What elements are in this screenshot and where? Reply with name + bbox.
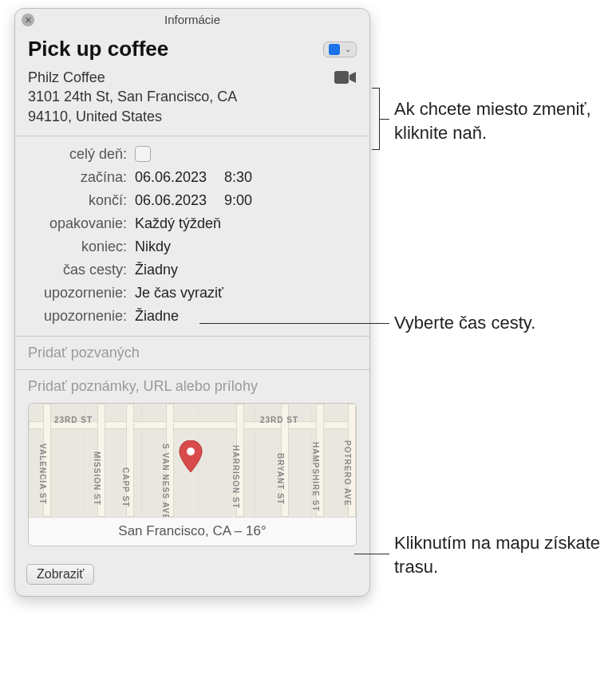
allday-row: celý deň: xyxy=(28,146,357,163)
callout-line xyxy=(199,323,389,324)
street-harrison: HARRISON ST xyxy=(231,445,240,509)
allday-label: celý deň: xyxy=(28,146,135,163)
ends-value[interactable]: 06.06.2023 9:00 xyxy=(135,192,252,209)
travel-row: čas cesty: Žiadny xyxy=(28,262,357,278)
starts-value[interactable]: 06.06.2023 8:30 xyxy=(135,169,252,186)
notes-section: Pridať poznámky, URL alebo prílohy 23RD … xyxy=(15,370,369,558)
chevron-down-icon: ⌄ xyxy=(345,45,351,53)
video-call-button[interactable] xyxy=(334,69,357,85)
starts-time: 8:30 xyxy=(224,169,252,186)
repeat-label: opakovanie: xyxy=(28,215,135,232)
street-potrero: POTRERO AVE xyxy=(343,440,352,507)
location-addr1: 3101 24th St, San Francisco, CA xyxy=(28,87,237,106)
alert1-label: upozornenie: xyxy=(28,285,135,302)
starts-date: 06.06.2023 xyxy=(135,169,207,186)
notes-field[interactable]: Pridať poznámky, URL alebo prílohy xyxy=(28,378,357,395)
location-row: Philz Coffee 3101 24th St, San Francisco… xyxy=(28,68,357,126)
repeat-row: opakovanie: Každý týždeň xyxy=(28,215,357,232)
svg-rect-0 xyxy=(334,71,349,84)
map-pin-icon xyxy=(179,440,203,472)
travel-value[interactable]: Žiadny xyxy=(135,262,178,278)
alert2-label: upozornenie: xyxy=(28,308,135,325)
end-value[interactable]: Nikdy xyxy=(135,239,171,255)
callout-bracket xyxy=(372,88,380,150)
street-23rd-w: 23RD ST xyxy=(54,416,93,424)
add-invitees-field[interactable]: Pridať pozvaných xyxy=(15,337,369,370)
street-23rd-e: 23RD ST xyxy=(260,416,298,424)
alert2-value[interactable]: Žiadne xyxy=(135,308,179,325)
location-addr2: 94110, United States xyxy=(28,107,237,126)
ends-row: končí: 06.06.2023 9:00 xyxy=(28,192,357,209)
end-label: koniec: xyxy=(28,239,135,255)
street-valencia: VALENCIA ST xyxy=(38,444,47,505)
alert1-value[interactable]: Je čas vyraziť xyxy=(135,285,223,302)
allday-checkbox[interactable] xyxy=(135,146,151,162)
street-mission: MISSION ST xyxy=(93,451,101,506)
ends-label: končí: xyxy=(28,192,135,209)
close-button[interactable]: ✕ xyxy=(22,14,34,26)
details-section: celý deň: začína: 06.06.2023 8:30 končí:… xyxy=(15,136,369,337)
street-capp: CAPP ST xyxy=(121,467,130,507)
calendar-selector[interactable]: ⌄ xyxy=(323,41,357,57)
travel-label: čas cesty: xyxy=(28,262,135,278)
callout-map: Kliknutím na mapu získate trasu. xyxy=(394,531,602,578)
callout-location: Ak chcete miesto zmeniť, kliknite naň. xyxy=(394,97,602,144)
map-caption: San Francisco, CA – 16° xyxy=(29,517,356,546)
repeat-value[interactable]: Každý týždeň xyxy=(135,215,221,232)
starts-row: začína: 06.06.2023 8:30 xyxy=(28,169,357,186)
alert1-row: upozornenie: Je čas vyraziť xyxy=(28,285,357,302)
title-row: Pick up coffee ⌄ xyxy=(28,37,357,61)
end-row: koniec: Nikdy xyxy=(28,239,357,255)
location-name: Philz Coffee xyxy=(28,68,237,87)
callout-line xyxy=(354,554,389,554)
event-info-popover: ✕ Informácie Pick up coffee ⌄ Philz Coff… xyxy=(14,8,370,597)
video-icon xyxy=(334,69,357,85)
alert2-row: upozornenie: Žiadne xyxy=(28,308,357,325)
window-title: Informácie xyxy=(164,13,220,26)
ends-time: 9:00 xyxy=(224,192,252,209)
footer: Zobraziť xyxy=(15,558,369,596)
titlebar: ✕ Informácie xyxy=(15,9,369,29)
calendar-color-swatch xyxy=(329,44,340,55)
svg-point-1 xyxy=(187,447,195,455)
ends-date: 06.06.2023 xyxy=(135,192,207,209)
show-button[interactable]: Zobraziť xyxy=(26,564,94,585)
map-preview[interactable]: 23RD ST 23RD ST VALENCIA ST MISSION ST C… xyxy=(28,403,357,546)
street-hampshire: HAMPSHIRE ST xyxy=(311,442,320,512)
callout-travel: Vyberte čas cesty. xyxy=(394,311,602,335)
starts-label: začína: xyxy=(28,169,135,186)
street-vanness: S VAN NESS AVE xyxy=(161,444,170,520)
close-icon: ✕ xyxy=(25,15,32,26)
callout-line xyxy=(380,119,389,120)
event-location[interactable]: Philz Coffee 3101 24th St, San Francisco… xyxy=(28,68,237,126)
event-title[interactable]: Pick up coffee xyxy=(28,37,168,61)
street-bryant: BRYANT ST xyxy=(276,453,285,505)
header-section: Pick up coffee ⌄ Philz Coffee 3101 24th … xyxy=(15,29,369,136)
